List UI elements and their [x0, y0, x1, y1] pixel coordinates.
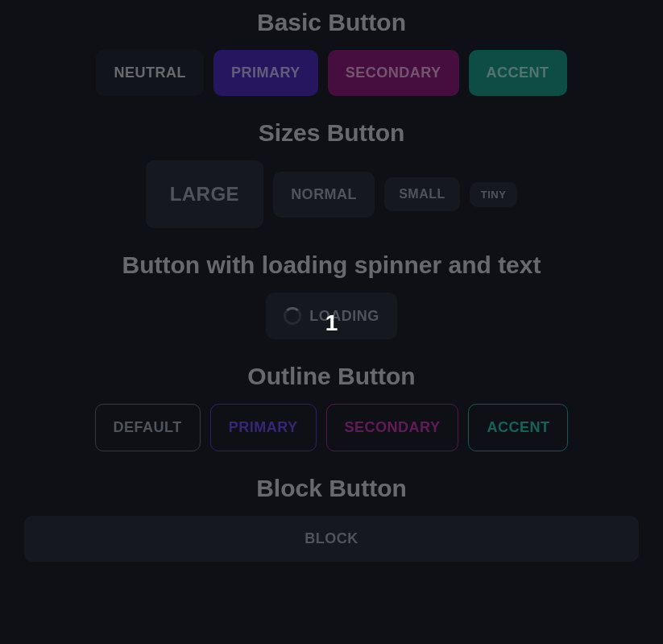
secondary-button[interactable]: SECONDARY	[328, 50, 459, 96]
outline-accent-button[interactable]: ACCENT	[468, 404, 568, 451]
outline-button-section: Outline Button DEFAULT PRIMARY SECONDARY…	[0, 362, 663, 451]
block-button[interactable]: BLOCK	[24, 516, 639, 562]
normal-button[interactable]: NORMAL	[273, 172, 375, 218]
basic-button-row: NEUTRAL PRIMARY SECONDARY ACCENT	[96, 50, 566, 96]
large-button[interactable]: LARGE	[146, 160, 264, 228]
outline-primary-button[interactable]: PRIMARY	[210, 404, 317, 451]
block-button-title: Block Button	[256, 474, 407, 503]
sizes-button-row: LARGE NORMAL SMALL TINY	[146, 160, 518, 228]
outline-button-row: DEFAULT PRIMARY SECONDARY ACCENT	[95, 404, 569, 451]
basic-button-title: Basic Button	[257, 8, 406, 37]
basic-button-section: Basic Button NEUTRAL PRIMARY SECONDARY A…	[0, 8, 663, 96]
loading-counter: 1	[325, 310, 338, 336]
loading-button-title: Button with loading spinner and text	[122, 251, 541, 280]
sizes-button-title: Sizes Button	[259, 118, 405, 147]
outline-default-button[interactable]: DEFAULT	[95, 404, 201, 451]
block-button-section: Block Button BLOCK	[0, 474, 663, 562]
outline-button-title: Outline Button	[247, 362, 415, 391]
small-button[interactable]: SMALL	[384, 177, 460, 211]
primary-button[interactable]: PRIMARY	[213, 50, 318, 96]
sizes-button-section: Sizes Button LARGE NORMAL SMALL TINY	[0, 118, 663, 228]
accent-button[interactable]: ACCENT	[469, 50, 567, 96]
loading-button-label: LOADING	[309, 308, 379, 325]
outline-secondary-button[interactable]: SECONDARY	[326, 404, 459, 451]
neutral-button[interactable]: NEUTRAL	[96, 50, 204, 96]
tiny-button[interactable]: TINY	[470, 182, 518, 207]
spinner-icon	[284, 307, 301, 325]
